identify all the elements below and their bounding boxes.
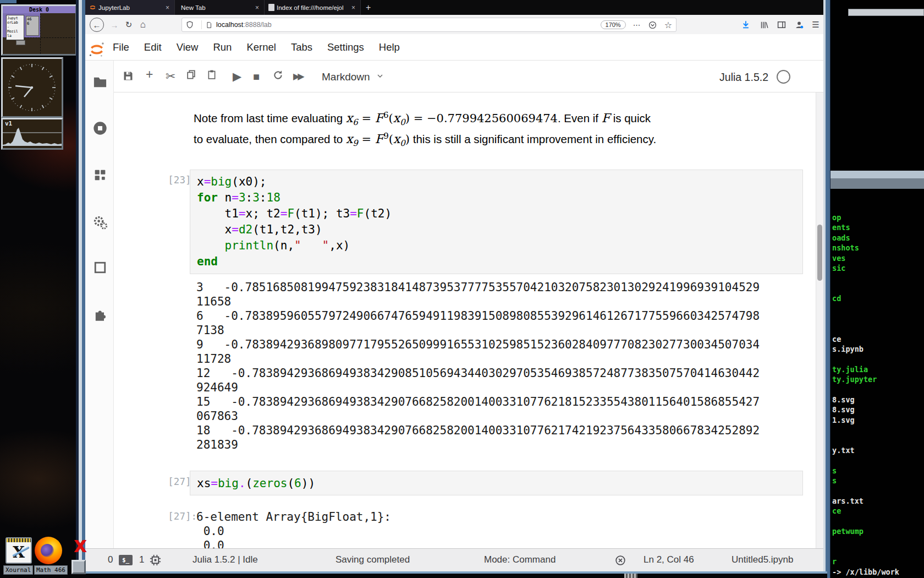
bookmark-star-icon[interactable]: ☆ xyxy=(664,20,672,30)
add-cell-icon[interactable]: + xyxy=(146,67,153,81)
library-icon[interactable] xyxy=(757,18,771,32)
menu-item[interactable]: Help xyxy=(379,41,400,53)
output-line: 0.0 xyxy=(196,524,812,538)
tab-close-icon[interactable]: × xyxy=(164,4,170,12)
window-resize-grip[interactable] xyxy=(624,573,637,578)
restart-kernel-icon[interactable] xyxy=(272,69,284,81)
desktop-icon-firefox[interactable]: Math 466 xyxy=(35,537,62,564)
cut-cells-icon[interactable]: ✂ xyxy=(166,69,175,84)
code-token: for xyxy=(197,191,218,204)
desktop-icon-xournal[interactable]: X Xournal xyxy=(6,537,32,564)
pager-body[interactable]: JupyterLab-Mozilla 466 xyxy=(3,13,75,54)
trust-indicator-icon[interactable] xyxy=(614,554,626,566)
chevron-down-icon[interactable] xyxy=(376,72,384,80)
pager-mini-window-stub[interactable] xyxy=(16,40,25,45)
code-token: )) xyxy=(301,477,315,490)
url-host[interactable]: localhost xyxy=(216,21,243,29)
tab-title[interactable]: Index of file:///home/ejol xyxy=(277,4,348,11)
desktop-pager[interactable]: Desk 0 JupyterLab-Mozilla 466 xyxy=(1,4,77,56)
kernel-name[interactable]: Julia 1.5.2 xyxy=(719,71,768,84)
reload-button[interactable]: ↻ xyxy=(122,18,136,32)
terminal-output[interactable]: opentsoadsnshotsvessiccdces.ipynbty.juli… xyxy=(832,212,924,577)
terminal-window[interactable]: opentsoadsnshotsvessiccdces.ipynbty.juli… xyxy=(827,0,924,578)
sidebars-icon[interactable] xyxy=(774,18,789,32)
window-frame-right-inner[interactable] xyxy=(826,0,827,574)
notebook-scroll-area[interactable]: Note from last time evaluating x6 = F6(x… xyxy=(114,92,816,548)
extension-manager-icon[interactable] xyxy=(92,307,108,322)
markdown-text: . Even if xyxy=(558,112,602,124)
pocket-icon[interactable] xyxy=(648,21,657,29)
menu-item[interactable]: File xyxy=(113,41,129,53)
notebook-mode[interactable]: Mode: Command xyxy=(484,554,556,565)
run-cell-icon[interactable]: ▶ xyxy=(233,69,241,84)
paste-cells-icon[interactable] xyxy=(207,69,217,80)
menu-item[interactable]: Edit xyxy=(144,41,162,53)
url-bar[interactable]: localhost :8888/lab 170% ⋯ ☆ xyxy=(182,18,676,32)
iconified-window[interactable] xyxy=(72,560,86,574)
firefox-icon[interactable] xyxy=(35,537,62,564)
forward-button[interactable]: → xyxy=(107,18,122,32)
tab-close-icon[interactable]: × xyxy=(254,4,260,12)
tab-jupyterlab[interactable]: JupyterLab × xyxy=(85,0,175,15)
save-icon[interactable] xyxy=(123,70,134,81)
open-tabs-icon[interactable] xyxy=(92,260,108,275)
markdown-cell-line2[interactable]: to evaluate, then compared to x9 = F9(x0… xyxy=(194,131,812,148)
tab-title[interactable]: New Tab xyxy=(181,4,252,11)
notebook-scrollbar[interactable] xyxy=(816,92,823,548)
tab-file-index[interactable]: Index of file:///home/ejol × xyxy=(265,0,361,15)
xournal-icon[interactable]: X xyxy=(6,537,32,564)
new-tab-button[interactable]: + xyxy=(361,0,376,15)
tab-new-tab[interactable]: New Tab × xyxy=(175,0,265,15)
pager-mini-window-jupyterlab[interactable]: JupyterLab-Mozilla xyxy=(6,15,24,40)
firefox-window[interactable]: JupyterLab × New Tab × Index of file:///… xyxy=(76,0,827,574)
code-cell-input[interactable]: x=big(x0); for n=3:3:18 t1=x; t2=F(t1); … xyxy=(190,170,803,274)
menu-item[interactable]: Settings xyxy=(327,41,364,53)
kernel-status-icon[interactable] xyxy=(777,70,790,84)
back-button[interactable]: ← xyxy=(90,18,104,32)
window-frame-bottom[interactable] xyxy=(76,571,827,574)
menu-item[interactable]: View xyxy=(177,41,199,53)
home-button[interactable]: ⌂ xyxy=(136,18,150,32)
cursor-position[interactable]: Ln 2, Col 46 xyxy=(644,554,694,565)
terminal-icon[interactable]: $_ xyxy=(119,555,133,565)
pager-mini-window-466[interactable]: 466 xyxy=(26,16,39,36)
xterm-x-icon[interactable]: X xyxy=(74,538,86,555)
terminal-line: ars.txt xyxy=(832,496,924,506)
cell-type-dropdown[interactable]: Markdown xyxy=(322,71,370,83)
menu-item[interactable]: Tabs xyxy=(291,41,312,53)
terminals-count[interactable]: 0 xyxy=(108,554,113,565)
command-palette-icon[interactable] xyxy=(92,167,108,183)
code-token: 3 xyxy=(239,191,246,204)
download-icon[interactable] xyxy=(739,18,753,32)
output-line: 9 -0.78389429368980977179552650999165531… xyxy=(196,337,812,352)
shield-icon[interactable] xyxy=(186,20,194,29)
terminal-line xyxy=(832,354,924,364)
tab-close-icon[interactable]: × xyxy=(350,4,356,12)
file-browser-icon[interactable] xyxy=(92,74,108,90)
filename[interactable]: Untitled5.ipynb xyxy=(732,554,793,565)
kernels-count[interactable]: 1 xyxy=(139,554,144,565)
terminal-titlebar[interactable] xyxy=(848,9,924,16)
kernel-chip-icon[interactable] xyxy=(149,554,162,566)
code-cell-input[interactable]: xs=big.(zeros(6)) xyxy=(190,471,803,495)
kernel-status-text[interactable]: Julia 1.5.2 | Idle xyxy=(193,554,258,565)
url-path[interactable]: :8888/lab xyxy=(243,21,271,29)
property-inspector-icon[interactable] xyxy=(92,215,108,230)
menu-item[interactable]: Run xyxy=(213,41,232,53)
copy-cells-icon[interactable] xyxy=(186,69,196,80)
markdown-cell-line1[interactable]: Note from last time evaluating x6 = F6(x… xyxy=(194,110,812,127)
account-icon[interactable] xyxy=(792,18,806,32)
zoom-level-badge[interactable]: 170% xyxy=(601,20,626,29)
menu-item[interactable]: Kernel xyxy=(246,41,276,53)
scrollbar-thumb[interactable] xyxy=(817,225,822,281)
page-actions-icon[interactable]: ⋯ xyxy=(633,20,641,29)
notebook-toolbar xyxy=(114,61,823,92)
run-all-icon[interactable]: ▶▶ xyxy=(293,69,302,84)
markdown-text: Note from last time evaluating xyxy=(194,112,346,124)
interrupt-kernel-icon[interactable]: ■ xyxy=(253,69,260,84)
hamburger-menu-icon[interactable]: ☰ xyxy=(809,18,823,32)
page-icon[interactable] xyxy=(206,21,212,29)
tab-title[interactable]: JupyterLab xyxy=(98,4,162,11)
code-editor[interactable]: x=big(x0); for n=3:3:18 t1=x; t2=F(t1); … xyxy=(190,170,802,274)
running-kernels-icon[interactable] xyxy=(92,121,108,136)
